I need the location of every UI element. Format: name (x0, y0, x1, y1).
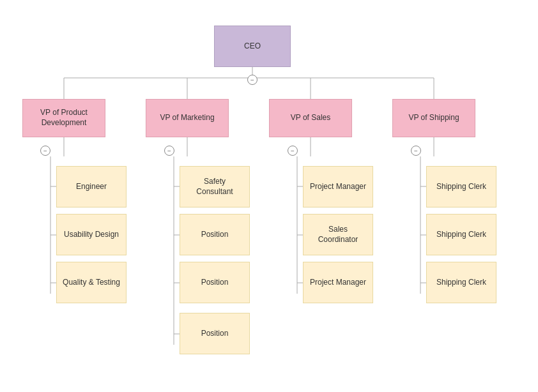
collapse-sales-button[interactable]: − (288, 146, 298, 156)
collapse-ceo-button[interactable]: − (247, 75, 257, 85)
quality-label: Quality & Testing (63, 278, 120, 288)
vp-sales-node: VP of Sales (269, 99, 352, 137)
position1-node: Position (180, 214, 250, 255)
shipping-clerk3-node: Shipping Clerk (426, 262, 496, 303)
pos1-label: Position (201, 230, 229, 240)
collapse-pd-button[interactable]: − (40, 146, 50, 156)
ceo-label: CEO (244, 41, 261, 52)
ceo-node: CEO (214, 26, 291, 67)
vp-sales-label: VP of Sales (291, 113, 330, 123)
vp-shipping-node: VP of Shipping (392, 99, 475, 137)
vp-pd-label: VP of Product Development (28, 108, 100, 128)
vp-mkt-label: VP of Marketing (160, 113, 214, 123)
vp-product-development-node: VP of Product Development (22, 99, 105, 137)
safety-label: Safety Consultant (185, 177, 244, 197)
collapse-ship-button[interactable]: − (411, 146, 421, 156)
shipping-clerk2-node: Shipping Clerk (426, 214, 496, 255)
position2-node: Position (180, 262, 250, 303)
vp-marketing-node: VP of Marketing (146, 99, 229, 137)
ship-clerk3-label: Shipping Clerk (436, 278, 486, 288)
shipping-clerk1-node: Shipping Clerk (426, 166, 496, 207)
pos2-label: Position (201, 278, 229, 288)
project-manager2-node: Project Manager (303, 262, 373, 303)
safety-consultant-node: Safety Consultant (180, 166, 250, 207)
engineer-label: Engineer (76, 182, 107, 192)
usability-node: Usability Design (56, 214, 127, 255)
vp-ship-label: VP of Shipping (408, 113, 459, 123)
sales-coordinator-node: Sales Coordinator (303, 214, 373, 255)
proj-mgr1-label: Project Manager (310, 182, 366, 192)
org-chart: CEO − VP of Product Development VP of Ma… (0, 0, 538, 392)
collapse-mkt-button[interactable]: − (164, 146, 174, 156)
proj-mgr2-label: Project Manager (310, 278, 366, 288)
engineer-node: Engineer (56, 166, 127, 207)
sales-coord-label: Sales Coordinator (309, 225, 367, 245)
position3-node: Position (180, 313, 250, 354)
pos3-label: Position (201, 329, 229, 339)
project-manager1-node: Project Manager (303, 166, 373, 207)
ship-clerk2-label: Shipping Clerk (436, 230, 486, 240)
usability-label: Usability Design (64, 230, 119, 240)
ship-clerk1-label: Shipping Clerk (436, 182, 486, 192)
quality-node: Quality & Testing (56, 262, 127, 303)
